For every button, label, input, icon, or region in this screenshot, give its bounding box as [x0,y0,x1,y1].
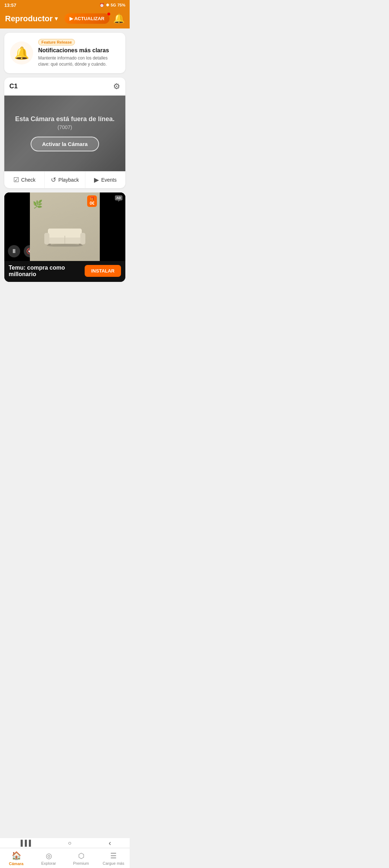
header-title-area[interactable]: Reproductor ▾ [5,14,58,23]
chevron-down-icon: ▾ [55,15,58,22]
update-button[interactable]: ▶ ACTUALIZAR [64,13,109,24]
ad-pause-button[interactable]: ⏸ [8,245,20,257]
app-title: Reproductor [5,14,53,23]
offline-message: Esta Cámara está fuera de línea. [15,115,115,123]
update-button-label: ▶ ACTUALIZAR [70,16,104,21]
ad-text-area: Temu: compra como millonario INSTALAR [4,261,125,282]
playback-button[interactable]: ↺ Playback [45,172,85,188]
check-icon: ☑ [13,176,19,184]
battery-text: 75% [117,3,125,7]
signal-icon: 5G [111,3,116,7]
feature-text-area: Feature Release Notificaciones más clara… [38,39,120,67]
svg-point-0 [47,244,83,247]
gear-icon[interactable]: ⚙ [113,82,120,91]
ad-label: AD [115,195,122,200]
feature-release-card: 🔔 Feature Release Notificaciones más cla… [4,33,125,73]
status-icons: ⏰ ✱ 5G 75% [99,3,125,8]
playback-icon: ↺ [51,176,56,184]
bell-button[interactable]: 🔔 [113,13,125,24]
camera-name: C1 [9,83,18,90]
feature-icon-wrap: 🔔 [10,41,33,65]
ad-gift-icon: 🎁 [90,196,94,201]
bluetooth-icon: ✱ [106,3,109,8]
status-time: 13:57 [4,3,16,8]
svg-rect-6 [80,233,85,244]
events-label: Events [101,177,117,183]
check-label: Check [21,177,36,183]
bell-icon: 🔔 [113,13,125,24]
camera-action-bar: ☑ Check ↺ Playback ▶ Events [4,171,125,188]
ad-price-tag: 0€ [90,201,94,206]
error-code: (7007) [58,124,72,130]
camera-card: C1 ⚙ Esta Cámara está fuera de línea. (7… [4,78,125,188]
activate-camera-button[interactable]: Activar la Cámara [31,137,99,151]
camera-feed: Esta Cámara está fuera de línea. (7007) … [4,96,125,171]
feature-badge: Feature Release [38,39,75,45]
ad-banner[interactable]: 🌿 🎁 0€ ▷ ⏸ 🔇 Temu: compra como millonari… [4,192,125,282]
status-bar: 13:57 ⏰ ✱ 5G 75% [0,0,130,10]
events-button[interactable]: ▶ Events [85,172,125,188]
notification-dot [107,12,111,16]
alarm-icon: ⏰ [99,3,104,8]
app-header: Reproductor ▾ ▶ ACTUALIZAR 🔔 [0,10,130,28]
playback-label: Playback [58,177,79,183]
check-button[interactable]: ☑ Check [4,172,45,188]
svg-rect-5 [44,233,49,244]
header-actions: ▶ ACTUALIZAR 🔔 [64,13,125,24]
camera-header: C1 ⚙ [4,78,125,96]
events-icon: ▶ [94,176,99,184]
bell-sparkle-icon: 🔔 [14,46,29,60]
main-content: 🔔 Feature Release Notificaciones más cla… [0,28,130,314]
ad-title: Temu: compra como millonario [9,265,85,278]
ad-install-button[interactable]: INSTALAR [85,265,121,277]
feature-title: Notificaciones más claras [38,47,120,54]
feature-description: Mantente informado con los detalles clav… [38,55,120,67]
ad-video-area: 🌿 🎁 0€ ▷ ⏸ 🔇 [4,192,125,261]
